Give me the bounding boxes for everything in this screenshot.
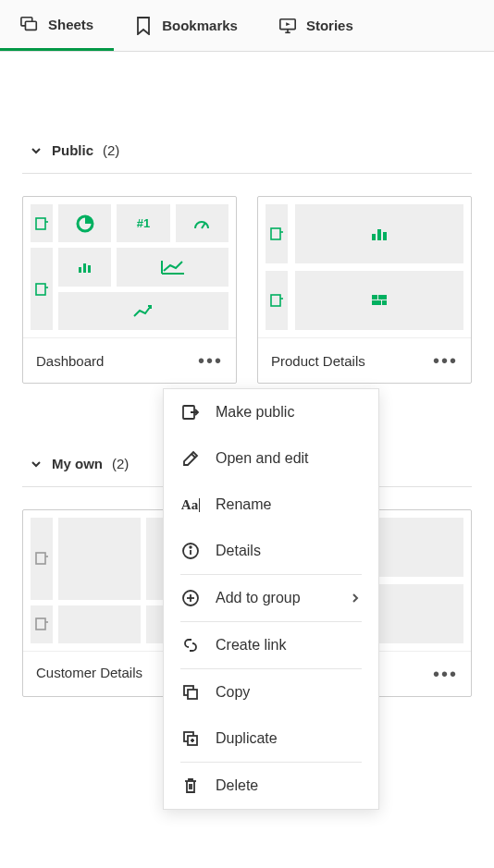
card-product[interactable]: Product Details ••• — [257, 196, 472, 384]
menu-open-edit[interactable]: Open and edit — [164, 435, 378, 482]
section-public-label: Public — [52, 142, 93, 158]
card-dashboard-more[interactable]: ••• — [198, 351, 223, 370]
svg-point-35 — [190, 546, 191, 548]
menu-create-link-label: Create link — [216, 637, 286, 654]
menu-copy-label: Copy — [216, 684, 250, 701]
tab-sheets[interactable]: Sheets — [0, 0, 114, 51]
link-icon — [180, 635, 201, 655]
card-location-more[interactable]: ••• — [433, 665, 458, 683]
menu-rename[interactable]: Aa Rename — [164, 482, 378, 528]
tab-stories[interactable]: Stories — [258, 0, 374, 51]
sheets-icon — [20, 15, 39, 33]
copy-icon — [180, 682, 201, 703]
svg-rect-5 — [36, 218, 45, 229]
rename-icon: Aa — [180, 495, 201, 515]
tab-bookmarks-label: Bookmarks — [162, 18, 238, 33]
svg-rect-18 — [378, 295, 387, 300]
section-myown-label: My own — [52, 456, 103, 471]
tab-bar: Sheets Bookmarks Stories — [0, 0, 494, 52]
menu-details[interactable]: Details — [164, 528, 378, 574]
card-customer-title: Customer Details — [36, 665, 142, 680]
section-myown-count: (2) — [112, 456, 129, 471]
svg-rect-21 — [36, 553, 45, 564]
svg-rect-19 — [372, 300, 381, 305]
chevron-right-icon — [349, 592, 362, 605]
svg-line-7 — [202, 223, 205, 228]
chevron-down-icon — [30, 144, 43, 157]
card-product-title: Product Details — [271, 353, 365, 369]
info-icon — [180, 541, 201, 561]
plus-circle-icon — [180, 588, 201, 608]
svg-rect-14 — [377, 229, 381, 240]
svg-rect-1 — [25, 21, 36, 30]
card-dashboard[interactable]: #1 Dashboard ••• — [22, 196, 237, 384]
chevron-down-icon — [30, 458, 43, 471]
svg-rect-16 — [271, 295, 280, 306]
menu-delete-label: Delete — [216, 777, 258, 794]
pencil-icon — [180, 448, 201, 469]
public-cards: #1 Dashboard ••• — [22, 174, 472, 384]
trash-icon — [180, 776, 201, 796]
menu-open-edit-label: Open and edit — [216, 450, 309, 467]
menu-make-public-label: Make public — [216, 404, 294, 421]
card-dashboard-title: Dashboard — [36, 353, 104, 369]
svg-rect-9 — [79, 267, 81, 273]
menu-duplicate-label: Duplicate — [216, 730, 278, 747]
menu-duplicate[interactable]: Duplicate — [164, 715, 378, 762]
stories-icon — [278, 17, 297, 35]
menu-make-public[interactable]: Make public — [164, 389, 378, 435]
duplicate-icon — [180, 728, 201, 749]
svg-rect-12 — [271, 228, 280, 239]
card-dashboard-preview: #1 — [23, 197, 236, 337]
context-menu: Make public Open and edit Aa Rename Deta… — [163, 388, 379, 810]
svg-rect-40 — [188, 690, 197, 699]
svg-rect-8 — [36, 284, 45, 295]
svg-rect-15 — [383, 232, 387, 240]
card-dashboard-footer: Dashboard ••• — [23, 337, 236, 383]
menu-rename-label: Rename — [216, 496, 271, 513]
svg-rect-24 — [36, 618, 45, 630]
card-product-footer: Product Details ••• — [258, 337, 471, 383]
section-public: Public (2) #1 Dashboard ••• — [0, 116, 494, 384]
bookmark-icon — [134, 17, 153, 35]
svg-rect-10 — [83, 263, 86, 273]
svg-rect-13 — [372, 234, 376, 240]
menu-add-to-group-label: Add to group — [216, 590, 301, 606]
tab-bookmarks[interactable]: Bookmarks — [114, 0, 258, 51]
section-public-header[interactable]: Public (2) — [22, 116, 472, 174]
menu-add-to-group[interactable]: Add to group — [164, 575, 378, 621]
menu-create-link[interactable]: Create link — [164, 622, 378, 668]
card-product-preview — [258, 197, 471, 337]
export-icon — [180, 402, 201, 422]
svg-rect-17 — [372, 295, 377, 300]
svg-rect-20 — [382, 300, 387, 305]
tab-stories-label: Stories — [306, 18, 353, 33]
section-public-count: (2) — [103, 142, 119, 158]
menu-delete[interactable]: Delete — [164, 763, 378, 809]
card-product-more[interactable]: ••• — [433, 351, 458, 370]
menu-copy[interactable]: Copy — [164, 669, 378, 715]
svg-rect-11 — [88, 265, 91, 273]
tab-sheets-label: Sheets — [48, 17, 93, 32]
hash1-label: #1 — [137, 216, 150, 230]
menu-details-label: Details — [216, 543, 261, 559]
